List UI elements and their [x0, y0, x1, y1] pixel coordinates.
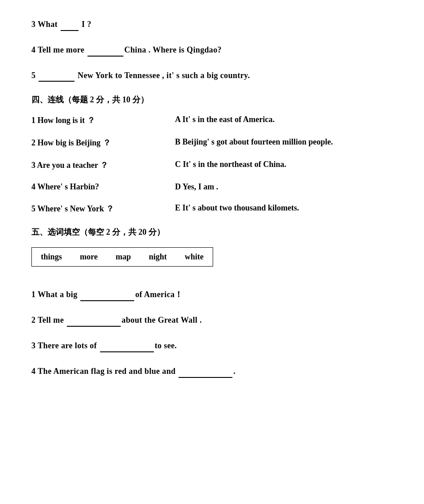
match-2: 2 How big is Beijing ？ B Beijing' s got … — [31, 137, 393, 148]
word-box-container: things more map night white — [31, 247, 393, 277]
match-4: 4 Where' s Harbin? D Yes, I am . — [31, 182, 393, 192]
match-2-right: B Beijing' s got about fourteen million … — [175, 137, 333, 147]
match-5-right: E It' s about two thousand kilomets. — [175, 203, 299, 213]
section5-header: 五、选词填空（每空 2 分，共 20 分） — [31, 227, 393, 237]
blank-4 — [87, 56, 123, 57]
fill-q1-text: 1 What a big of America！ — [31, 288, 393, 301]
word-box: things more map night white — [31, 247, 213, 267]
match-1-left: 1 How long is it ？ — [31, 115, 175, 126]
match-4-right: D Yes, I am . — [175, 182, 218, 192]
fill-blank-2 — [67, 326, 121, 327]
question-4: 4 Tell me more China . Where is Qingdao? — [31, 44, 393, 57]
fill-q3-text: 3 There are lots of to see. — [31, 339, 393, 352]
fill-q4-text: 4 The American flag is red and blue and … — [31, 365, 393, 378]
question-4-block: 4 Tell me more China . Where is Qingdao? — [31, 44, 393, 57]
match-2-left: 2 How big is Beijing ？ — [31, 137, 175, 148]
match-4-left: 4 Where' s Harbin? — [31, 182, 175, 192]
matching-section: 1 How long is it ？ A It' s in the east o… — [31, 115, 393, 214]
fill-q2: 2 Tell me about the Great Wall . — [31, 314, 393, 327]
fill-q4: 4 The American flag is red and blue and … — [31, 365, 393, 378]
fill-blank-1 — [80, 300, 134, 301]
match-3-left: 3 Are you a teacher ？ — [31, 160, 175, 171]
question-3-block: 3 What I ? — [31, 18, 393, 31]
word-map: map — [116, 252, 131, 262]
match-3-right: C It' s in the northeast of China. — [175, 160, 286, 169]
question-3: 3 What I ? — [31, 18, 393, 31]
match-3: 3 Are you a teacher ？ C It' s in the nor… — [31, 160, 393, 171]
match-1: 1 How long is it ？ A It' s in the east o… — [31, 115, 393, 126]
fill-q2-text: 2 Tell me about the Great Wall . — [31, 314, 393, 327]
match-5: 5 Where' s New York ？ E It' s about two … — [31, 203, 393, 214]
question-5-block: 5 New York to Tennessee , it' s such a b… — [31, 69, 393, 82]
question-5: 5 New York to Tennessee , it' s such a b… — [31, 69, 393, 82]
word-white: white — [185, 252, 204, 262]
word-more: more — [80, 252, 98, 262]
page: 3 What I ? 4 Tell me more China . Where … — [0, 0, 424, 504]
word-things: things — [41, 252, 62, 262]
fill-blank-3 — [100, 351, 154, 352]
blank-5 — [39, 81, 74, 82]
fill-blank-4 — [179, 377, 232, 378]
blank-3 — [61, 30, 79, 31]
section4-header: 四、连线（每题 2 分，共 10 分） — [31, 94, 393, 105]
word-night: night — [149, 252, 167, 262]
fill-q1: 1 What a big of America！ — [31, 288, 393, 301]
match-5-left: 5 Where' s New York ？ — [31, 203, 175, 214]
match-1-right: A It' s in the east of America. — [175, 115, 275, 124]
fill-q3: 3 There are lots of to see. — [31, 339, 393, 352]
